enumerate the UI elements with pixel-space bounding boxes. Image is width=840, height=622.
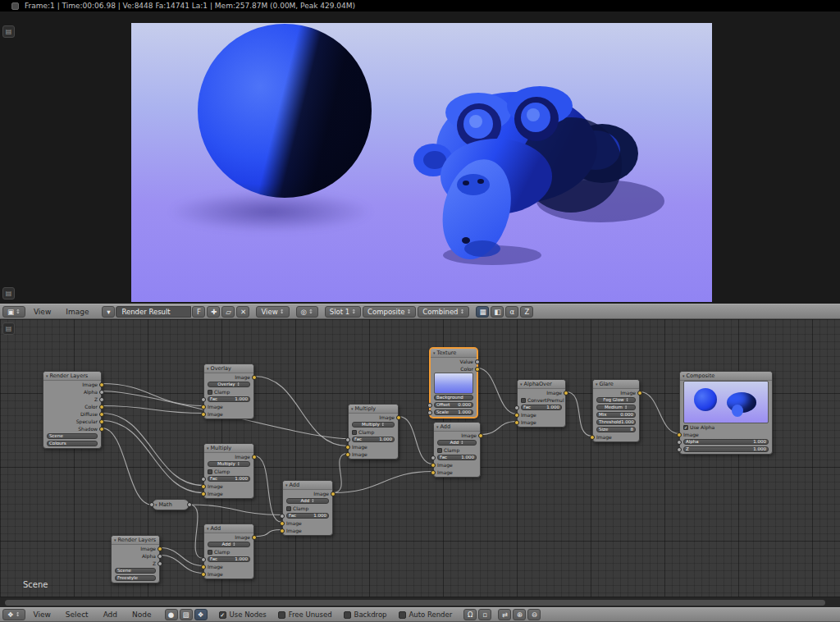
output-socket[interactable] — [158, 561, 162, 566]
value-slider[interactable]: Scale1.000 — [434, 409, 473, 415]
select-button[interactable]: Fog Glow↕ — [596, 397, 636, 403]
node-mu1[interactable]: ▾MultiplyImageMultiply↕ClampFac1.000Imag… — [348, 404, 399, 460]
input-socket[interactable] — [677, 440, 682, 445]
value-slider[interactable]: Mix0.000 — [596, 412, 636, 418]
pivot-dropdown[interactable]: ◎ ↕ — [296, 306, 318, 318]
browse-image-button[interactable]: ▾ — [102, 306, 115, 318]
value-slider[interactable]: Z1.000 — [683, 446, 769, 452]
menu-view[interactable]: View — [26, 308, 58, 316]
slot-dropdown[interactable]: Slot 1 ↕ — [325, 306, 361, 318]
datablock-field[interactable]: Scene — [47, 433, 98, 439]
input-socket[interactable] — [431, 470, 436, 475]
checkbox-icon[interactable] — [208, 390, 212, 395]
draw-zbuffer-button[interactable]: Z — [520, 306, 533, 318]
node-rl2[interactable]: ▾Render LayersImageAlphaZSceneFreestyle — [111, 535, 160, 583]
output-socket[interactable] — [331, 492, 336, 496]
checkbox-icon[interactable] — [208, 469, 212, 474]
output-socket[interactable] — [637, 391, 642, 396]
zoom-out-button[interactable]: ⊖ — [527, 609, 541, 620]
value-slider[interactable]: Size8 — [596, 427, 636, 432]
node-ad2[interactable]: ▾AddImageAdd↕ClampFac1.000ImageImage — [203, 524, 254, 579]
collapse-icon[interactable]: ▾ — [285, 483, 288, 487]
node-cmp[interactable]: ▾Composite✓Use AlphaImageAlpha1.000Z1.00… — [679, 371, 773, 455]
output-socket[interactable] — [475, 359, 480, 364]
editor-type-button[interactable]: ▣ ↕ — [2, 306, 25, 318]
output-socket[interactable] — [252, 535, 257, 540]
menu-add[interactable]: Add — [96, 611, 125, 619]
datablock-field[interactable]: Colours — [47, 441, 98, 446]
datablock-field[interactable]: Scene — [115, 568, 156, 574]
input-socket[interactable] — [201, 557, 206, 562]
snap-element-button[interactable]: ▫ — [478, 609, 491, 620]
compositing-nodes-button[interactable]: ❖ — [194, 609, 208, 620]
fake-user-button[interactable]: F — [192, 306, 205, 318]
input-socket[interactable] — [427, 403, 432, 408]
collapse-icon[interactable]: ▾ — [207, 366, 209, 371]
node-header[interactable]: ▾Add — [204, 524, 253, 533]
node-editor-region[interactable]: ▾Render LayersImageAlphaZColorDiffuseSpe… — [0, 319, 840, 607]
input-socket[interactable] — [201, 397, 206, 402]
node-ad1[interactable]: ▾AddImageAdd↕ClampFac1.000ImageImage — [282, 480, 333, 536]
region-menu-icon[interactable]: ▤ — [2, 287, 15, 300]
editor-type-button[interactable]: ❖ ↕ — [2, 609, 25, 620]
free-unused-checkbox[interactable]: Free Unused — [278, 611, 332, 619]
output-socket[interactable] — [99, 405, 104, 409]
snap-button[interactable]: Ω — [463, 609, 477, 620]
use-nodes-checkbox[interactable]: ✓ Use Nodes — [219, 611, 267, 619]
select-button[interactable]: Medium↕ — [596, 405, 636, 410]
node-header[interactable]: ▾Multiply — [204, 444, 253, 453]
collapse-icon[interactable]: ▾ — [596, 382, 598, 386]
input-socket[interactable] — [514, 420, 519, 425]
input-socket[interactable] — [201, 572, 206, 577]
input-socket[interactable] — [345, 452, 350, 457]
output-socket[interactable] — [187, 502, 192, 507]
value-slider[interactable]: Fac1.000 — [286, 513, 329, 519]
draw-alpha-button[interactable]: α — [505, 306, 518, 318]
value-slider[interactable]: Fac1.000 — [208, 556, 250, 562]
menu-view[interactable]: View — [26, 611, 58, 619]
datablock-field[interactable]: Freestyle — [115, 575, 156, 581]
input-socket[interactable] — [590, 435, 595, 440]
node-header[interactable]: ▾Math — [153, 500, 189, 509]
input-socket[interactable] — [201, 412, 206, 417]
output-socket[interactable] — [475, 367, 480, 372]
node-ma1[interactable]: ▾Math — [152, 499, 189, 510]
image-name-field[interactable]: Render Result — [116, 306, 191, 318]
draw-color-button[interactable]: ◧ — [491, 306, 504, 318]
collapse-icon[interactable]: ▾ — [46, 373, 48, 378]
input-socket[interactable] — [677, 447, 682, 452]
node-header[interactable]: ▾Multiply — [349, 405, 398, 414]
select-button[interactable]: Add↕ — [208, 542, 250, 547]
node-header[interactable]: ▾Overlay — [204, 364, 253, 373]
input-socket[interactable] — [431, 455, 436, 460]
node-header[interactable]: ▾Composite — [680, 372, 772, 381]
input-socket[interactable] — [345, 437, 350, 442]
input-socket[interactable] — [677, 432, 682, 437]
select-button[interactable]: Add↕ — [286, 498, 329, 504]
input-socket[interactable] — [201, 405, 206, 409]
value-slider[interactable]: Fac1.000 — [208, 396, 250, 402]
output-socket[interactable] — [252, 455, 257, 460]
node-header[interactable]: ▾Render Layers — [112, 536, 159, 545]
shader-nodes-button[interactable]: ● — [165, 609, 178, 620]
input-socket[interactable] — [345, 445, 350, 450]
checkbox-icon[interactable]: ✓ — [683, 425, 688, 430]
backdrop-checkbox[interactable]: Backdrop — [344, 611, 387, 619]
checkbox-icon[interactable] — [286, 506, 291, 511]
value-slider[interactable]: Offset0.000 — [434, 402, 473, 408]
render-layer-dropdown[interactable]: Composite ↕ — [363, 306, 416, 318]
render-pass-dropdown[interactable]: Combined ↕ — [418, 306, 469, 318]
output-socket[interactable] — [158, 554, 162, 559]
output-socket[interactable] — [564, 391, 568, 396]
node-header[interactable]: ▾Texture — [431, 349, 477, 358]
collapse-icon[interactable]: ▾ — [207, 446, 209, 450]
menu-select[interactable]: Select — [58, 611, 96, 619]
input-socket[interactable] — [280, 521, 285, 526]
value-slider[interactable]: Fac1.000 — [352, 437, 395, 442]
draw-checker-button[interactable]: ▦ — [476, 306, 489, 318]
value-slider[interactable]: Fac1.000 — [208, 476, 250, 482]
input-socket[interactable] — [514, 413, 519, 418]
node-mu2[interactable]: ▾MultiplyImageMultiply↕ClampFac1.000Imag… — [203, 443, 254, 499]
select-button[interactable]: Add↕ — [437, 440, 477, 446]
collapse-icon[interactable]: ▾ — [155, 502, 158, 507]
